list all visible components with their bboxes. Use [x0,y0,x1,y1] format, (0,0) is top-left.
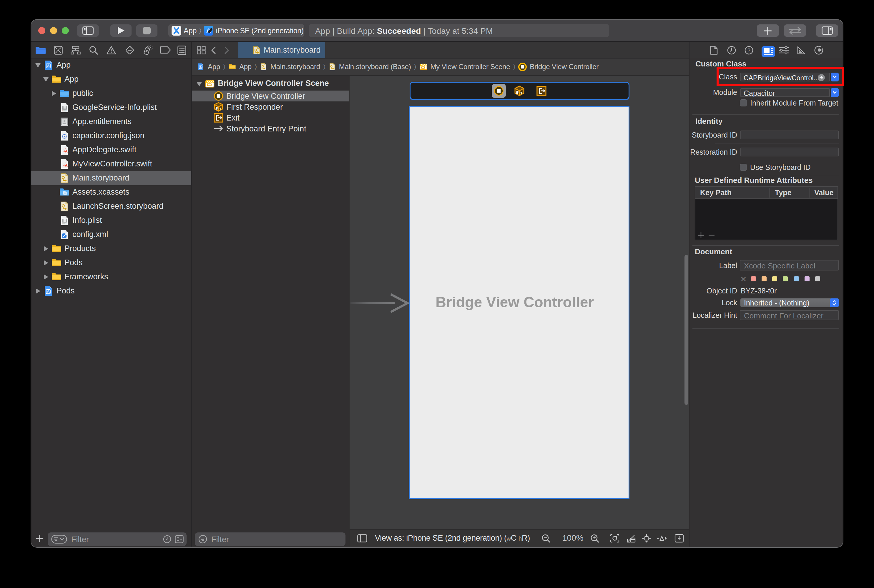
svg-text:?: ? [748,48,750,53]
